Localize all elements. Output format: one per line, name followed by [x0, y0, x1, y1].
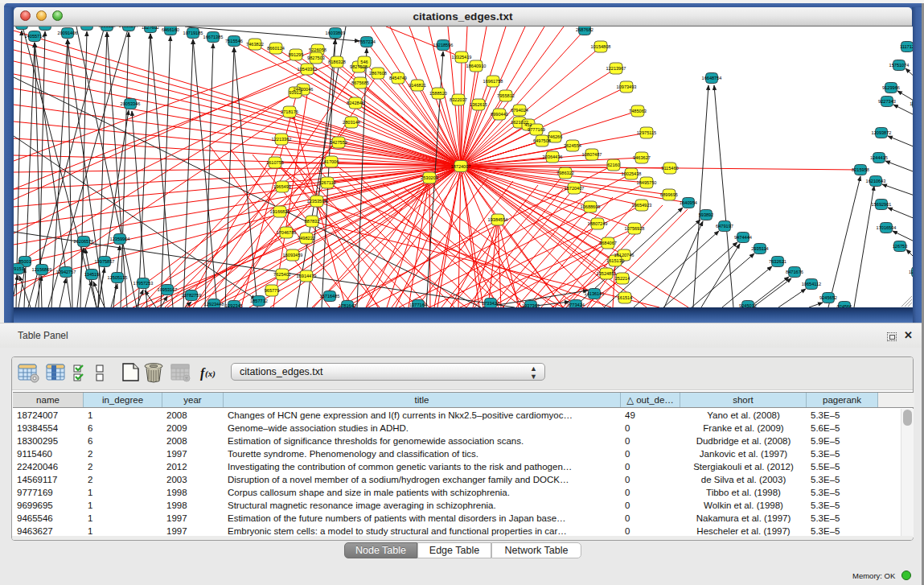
svg-text:7625402: 7625402 [273, 272, 291, 277]
svg-text:16210643: 16210643 [866, 179, 886, 183]
svg-text:9474444: 9474444 [734, 235, 752, 240]
svg-text:891295: 891295 [289, 52, 304, 57]
svg-text:9146821: 9146821 [409, 83, 426, 88]
svg-text:10653267: 10653267 [119, 27, 139, 28]
svg-text:8242848: 8242848 [347, 101, 364, 105]
svg-text:9115460: 9115460 [661, 166, 678, 171]
svg-text:10543362: 10543362 [298, 67, 318, 72]
svg-text:417006: 417006 [324, 159, 339, 164]
svg-text:10025438: 10025438 [622, 171, 642, 176]
svg-text:17016504: 17016504 [877, 225, 897, 230]
svg-text:10953107: 10953107 [158, 287, 178, 292]
svg-text:17046786: 17046786 [277, 230, 297, 235]
svg-text:887832: 887832 [305, 219, 320, 224]
svg-text:19218596: 19218596 [433, 43, 454, 47]
svg-text:10782759: 10782759 [182, 293, 202, 298]
svg-text:924566: 924566 [837, 304, 852, 307]
svg-text:19654923: 19654923 [632, 203, 652, 208]
svg-text:13325419: 13325419 [452, 55, 472, 60]
svg-text:7463822: 7463822 [246, 42, 264, 47]
svg-text:16961758: 16961758 [483, 79, 503, 84]
svg-text:15716485: 15716485 [320, 294, 340, 299]
svg-text:1588520: 1588520 [429, 91, 447, 96]
svg-text:1857712: 1857712 [250, 299, 268, 303]
svg-text:20206576: 20206576 [74, 239, 94, 244]
svg-text:7485063: 7485063 [629, 109, 647, 113]
svg-text:12093872: 12093872 [872, 130, 892, 135]
svg-text:15751074: 15751074 [889, 63, 910, 68]
svg-text:6899695: 6899695 [660, 192, 678, 197]
svg-text:6466160: 6466160 [162, 27, 179, 32]
svg-text:20364436: 20364436 [543, 154, 563, 159]
svg-text:1640954: 1640954 [680, 200, 697, 205]
svg-text:12213362: 12213362 [272, 137, 292, 142]
svg-text:7515546: 7515546 [225, 39, 243, 43]
svg-text:2867608: 2867608 [369, 71, 387, 76]
svg-text:2530203: 2530203 [421, 175, 438, 180]
svg-text:(x): (x) [205, 369, 216, 379]
svg-text:7632621: 7632621 [769, 259, 786, 264]
svg-text:3684067: 3684067 [599, 241, 617, 245]
svg-text:1377164: 1377164 [409, 303, 427, 307]
svg-text:593892: 593892 [699, 212, 714, 217]
svg-text:1167534: 1167534 [910, 101, 913, 106]
svg-text:6794024: 6794024 [511, 108, 528, 113]
svg-text:1244415: 1244415 [870, 155, 888, 160]
svg-text:8660124: 8660124 [267, 46, 285, 51]
svg-text:19975857: 19975857 [95, 259, 115, 264]
svg-text:126753: 126753 [893, 244, 908, 249]
svg-text:2687682: 2687682 [576, 27, 593, 32]
svg-text:1527602: 1527602 [142, 27, 159, 30]
svg-text:9605118: 9605118 [98, 27, 115, 28]
svg-text:965779: 965779 [265, 288, 280, 293]
svg-text:14136141: 14136141 [585, 291, 605, 296]
svg-text:10807487: 10807487 [582, 152, 602, 157]
svg-text:12505135: 12505135 [108, 275, 128, 280]
svg-text:62160: 62160 [607, 163, 620, 167]
svg-text:10654112: 10654112 [802, 282, 821, 286]
svg-text:16648754: 16648754 [702, 76, 722, 80]
svg-text:93912: 93912 [289, 90, 302, 95]
svg-text:12975115: 12975115 [637, 130, 656, 135]
svg-text:9227343: 9227343 [878, 99, 896, 104]
svg-text:8675685: 8675685 [351, 80, 369, 85]
svg-text:9827503: 9827503 [307, 56, 325, 60]
svg-text:9463627: 9463627 [633, 155, 651, 160]
svg-text:1781643: 1781643 [339, 303, 356, 307]
svg-text:12353594: 12353594 [307, 199, 327, 204]
svg-text:1057101: 1057101 [78, 27, 96, 27]
svg-text:10154808: 10154808 [591, 44, 611, 49]
svg-text:746266: 746266 [548, 134, 563, 139]
svg-text:1733426: 1733426 [482, 301, 499, 306]
svg-text:1937363: 1937363 [522, 303, 540, 307]
svg-text:18640910: 18640910 [466, 64, 487, 68]
svg-text:10688609: 10688609 [581, 204, 601, 209]
svg-text:8427552: 8427552 [330, 140, 347, 145]
svg-text:2935114: 2935114 [751, 246, 768, 251]
svg-text:8186328: 8186328 [328, 60, 346, 64]
svg-text:9827508: 9827508 [350, 64, 368, 69]
svg-text:12942757: 12942757 [56, 270, 76, 274]
svg-text:16033809: 16033809 [326, 31, 346, 35]
svg-text:6479197: 6479197 [716, 224, 733, 229]
svg-text:1773424: 1773424 [567, 303, 585, 307]
svg-text:10756928: 10756928 [625, 226, 645, 231]
svg-text:10973493: 10973493 [617, 84, 637, 89]
svg-text:3624554: 3624554 [564, 143, 581, 148]
svg-text:1405572: 1405572 [36, 27, 54, 27]
svg-text:9245652: 9245652 [819, 295, 837, 300]
svg-text:2718176: 2718176 [281, 109, 298, 114]
svg-text:252214: 252214 [615, 276, 630, 281]
svg-text:16120746: 16120746 [614, 253, 634, 257]
svg-text:85001: 85001 [18, 259, 31, 264]
svg-text:1610755: 1610755 [266, 160, 284, 165]
svg-text:8215958: 8215958 [852, 167, 869, 172]
svg-text:3267110: 3267110 [318, 180, 335, 185]
svg-text:20091406: 20091406 [58, 31, 78, 35]
svg-text:10719185: 10719185 [183, 31, 203, 35]
svg-text:546: 546 [360, 60, 368, 64]
svg-text:7557224: 7557224 [358, 39, 376, 44]
svg-text:8471676: 8471676 [786, 270, 803, 274]
svg-text:9129966: 9129966 [882, 85, 900, 90]
svg-text:7955812: 7955812 [497, 93, 515, 98]
